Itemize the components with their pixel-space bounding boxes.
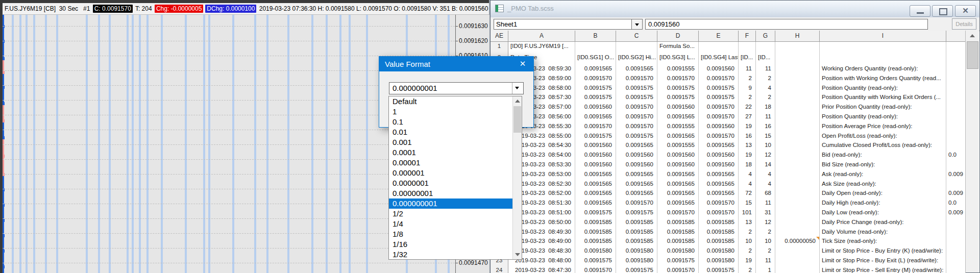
cell[interactable] <box>946 160 966 170</box>
cell[interactable]: 2019-03-23 08:47:30 <box>508 266 575 273</box>
cell[interactable] <box>946 180 966 190</box>
scrollbar-thumb[interactable] <box>967 41 978 69</box>
cell[interactable]: 0.009 <box>946 189 966 199</box>
cell[interactable]: 0.0091565 <box>616 141 657 151</box>
cell[interactable]: 13 <box>739 141 756 151</box>
format-option[interactable]: 1/32 <box>389 250 513 260</box>
formula-bar[interactable]: 0.0091560 <box>645 19 928 30</box>
cell[interactable]: Bid Size (read-only): <box>820 160 946 170</box>
format-option[interactable]: 1/8 <box>389 229 513 239</box>
cell[interactable] <box>946 218 966 228</box>
cell[interactable]: 0.0091585 <box>699 237 739 247</box>
cell[interactable]: 0.0091565 <box>575 189 616 199</box>
cell[interactable]: 0.0091565 <box>699 170 739 180</box>
cell[interactable]: [ID0] F.US.JY6M19 [... <box>508 42 575 54</box>
format-option[interactable]: 1/16 <box>389 239 513 250</box>
cell[interactable]: 0.0091585 <box>616 237 657 247</box>
cell[interactable]: 4 <box>739 170 756 180</box>
cell[interactable]: 0.0091560 <box>699 151 739 161</box>
cell[interactable]: 10 <box>756 141 775 151</box>
cell[interactable] <box>775 84 820 94</box>
format-option[interactable]: 0.1 <box>389 117 513 127</box>
cell[interactable]: 0.0091575 <box>699 93 739 103</box>
cell[interactable]: 0.0091560 <box>699 122 739 132</box>
minimize-button[interactable] <box>910 5 930 17</box>
cell[interactable] <box>775 93 820 103</box>
cell[interactable]: 0.0091560 <box>699 160 739 170</box>
cell[interactable]: Limit or Stop Price - Buy Entry (K) (rea… <box>820 246 946 257</box>
cell[interactable]: 0.0091575 <box>657 256 699 266</box>
cell[interactable] <box>575 42 616 54</box>
cell[interactable]: 0.0 <box>946 198 966 209</box>
sheet-selector[interactable]: Sheet1 <box>494 19 643 30</box>
cell[interactable]: 0.0091565 <box>575 170 616 180</box>
cell[interactable]: 0.0091560 <box>657 160 699 170</box>
cell[interactable] <box>820 53 946 65</box>
cell[interactable] <box>820 42 946 54</box>
cell[interactable]: 0.0091575 <box>616 132 657 142</box>
cell[interactable]: [ID0.SG1] O... <box>575 53 616 65</box>
cell[interactable]: 0.0091560 <box>616 151 657 161</box>
format-option[interactable]: 1 <box>389 107 513 117</box>
maximize-button[interactable] <box>932 5 953 17</box>
cell[interactable]: 1 <box>756 266 775 273</box>
cell[interactable]: 0.0091560 <box>575 103 616 113</box>
cell[interactable]: Working Orders Quantity (read-only): <box>820 64 946 75</box>
cell[interactable]: 0.0091575 <box>657 84 699 94</box>
cell[interactable]: 11 <box>756 198 775 209</box>
cell[interactable]: 0.0091585 <box>575 237 616 247</box>
cell[interactable]: 0.0091565 <box>657 189 699 199</box>
cell[interactable]: 4 <box>756 84 775 94</box>
cell[interactable]: 0.0091560 <box>575 151 616 161</box>
cell[interactable]: 0.0091565 <box>699 189 739 199</box>
format-option[interactable]: 1/2 <box>389 209 513 219</box>
cell[interactable] <box>699 42 739 54</box>
cell[interactable]: 11 <box>739 64 756 75</box>
row-number[interactable]: 1 <box>491 42 508 54</box>
cell[interactable] <box>946 64 966 75</box>
cell[interactable]: 0.0091575 <box>575 256 616 266</box>
cell[interactable]: 0.0091570 <box>699 103 739 113</box>
cell[interactable]: 0.0091565 <box>657 170 699 180</box>
cell[interactable]: 0.0091570 <box>699 132 739 142</box>
arrow-down-icon[interactable] <box>515 253 520 256</box>
cell[interactable]: Limit or Stop Price - Sell Entry (M) (re… <box>820 266 946 273</box>
cell[interactable]: 0.0091575 <box>575 132 616 142</box>
cell[interactable]: 15 <box>739 198 756 209</box>
cell[interactable]: 9 <box>739 84 756 94</box>
cell[interactable]: 14 <box>756 160 775 170</box>
cell[interactable] <box>775 180 820 190</box>
cell[interactable]: 0.0091570 <box>657 74 699 84</box>
cell[interactable]: 11 <box>756 256 775 266</box>
dropdown-scrollbar[interactable] <box>512 96 522 259</box>
cell[interactable]: Daily High (read-only): <box>820 198 946 209</box>
cell[interactable]: 2 <box>739 246 756 257</box>
cell[interactable] <box>946 103 966 113</box>
cell[interactable]: 18 <box>756 103 775 113</box>
cell[interactable] <box>775 53 820 65</box>
cell[interactable] <box>946 228 966 238</box>
cell[interactable] <box>775 256 820 266</box>
cell[interactable]: Daily Low (read-only): <box>820 208 946 218</box>
cell[interactable]: 0.0091585 <box>657 218 699 228</box>
cell[interactable]: 0.0091575 <box>616 93 657 103</box>
cell[interactable]: 0.0091570 <box>575 74 616 84</box>
cell[interactable]: 0.0091580 <box>657 246 699 257</box>
format-combobox[interactable]: 0.000000001 <box>389 82 524 94</box>
cell[interactable]: 0.0091565 <box>575 180 616 190</box>
row-number[interactable]: 24 <box>491 266 508 273</box>
cell[interactable]: 10 <box>739 237 756 247</box>
cell[interactable]: [ID... <box>739 53 756 65</box>
cell[interactable]: 0.0091565 <box>616 189 657 199</box>
cell[interactable]: 72 <box>739 189 756 199</box>
cell[interactable]: 0.0091565 <box>657 132 699 142</box>
format-option[interactable]: 1/4 <box>389 219 513 229</box>
cell[interactable]: 0.0091575 <box>575 93 616 103</box>
column-header-clipped[interactable] <box>946 31 966 42</box>
column-header-F[interactable]: F <box>739 31 756 42</box>
cell[interactable]: 19 <box>739 151 756 161</box>
cell[interactable]: 0.0091585 <box>699 228 739 238</box>
column-header-E[interactable]: E <box>699 31 739 42</box>
cell[interactable] <box>775 208 820 218</box>
cell[interactable]: 0.0091570 <box>616 74 657 84</box>
